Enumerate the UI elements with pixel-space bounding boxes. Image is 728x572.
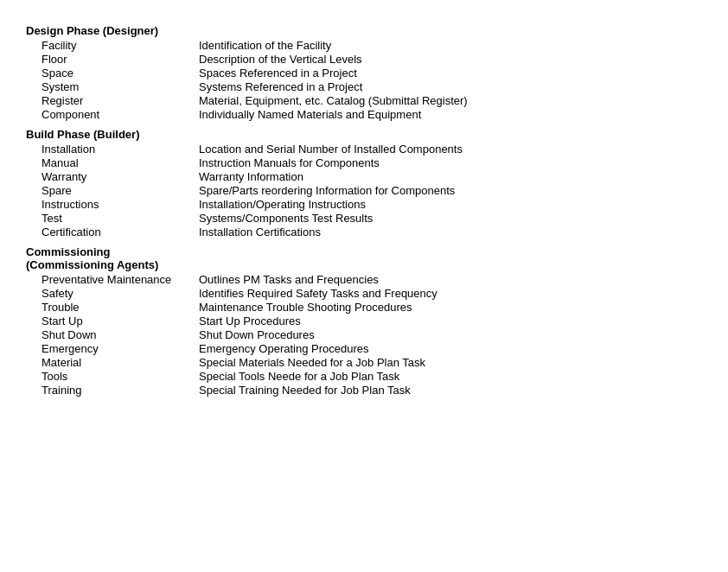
list-item: Material Special Materials Needed for a … bbox=[26, 356, 702, 369]
item-label: Instructions bbox=[26, 198, 199, 211]
design-phase-header: Design Phase (Designer) bbox=[26, 24, 702, 37]
list-item: System Systems Referenced in a Project bbox=[26, 80, 702, 93]
item-description: Spare/Parts reordering Information for C… bbox=[199, 184, 702, 197]
item-description: Outlines PM Tasks and Frequencies bbox=[199, 273, 702, 286]
list-item: Instructions Installation/Operating Inst… bbox=[26, 198, 702, 211]
item-description: Maintenance Trouble Shooting Procedures bbox=[199, 301, 702, 314]
item-description: Individually Named Materials and Equipme… bbox=[199, 108, 702, 121]
commissioning-header: Commissioning(Commissioning Agents) bbox=[26, 245, 702, 271]
list-item: Emergency Emergency Operating Procedures bbox=[26, 342, 702, 355]
item-label: Floor bbox=[26, 53, 199, 66]
item-description: Start Up Procedures bbox=[199, 315, 702, 327]
commissioning-section: Commissioning(Commissioning Agents) Prev… bbox=[26, 245, 702, 397]
item-description: Emergency Operating Procedures bbox=[199, 342, 702, 355]
item-label: Trouble bbox=[26, 301, 199, 314]
list-item: Warranty Warranty Information bbox=[26, 170, 702, 183]
list-item: Register Material, Equipment, etc. Catal… bbox=[26, 94, 702, 107]
item-description: Warranty Information bbox=[199, 170, 702, 183]
list-item: Trouble Maintenance Trouble Shooting Pro… bbox=[26, 301, 702, 314]
item-label: Tools bbox=[26, 370, 199, 383]
item-label: Component bbox=[26, 108, 199, 121]
item-description: Identifies Required Safety Tasks and Fre… bbox=[199, 287, 702, 300]
list-item: Facility Identification of the Facility bbox=[26, 39, 702, 52]
item-label: Training bbox=[26, 384, 199, 397]
item-label: Safety bbox=[26, 287, 199, 300]
item-label: System bbox=[26, 80, 199, 93]
list-item: Manual Instruction Manuals for Component… bbox=[26, 156, 702, 169]
list-item: Floor Description of the Vertical Levels bbox=[26, 53, 702, 66]
item-description: Systems/Components Test Results bbox=[199, 212, 702, 225]
item-label: Emergency bbox=[26, 342, 199, 355]
item-label: Material bbox=[26, 356, 199, 369]
item-description: Special Materials Needed for a Job Plan … bbox=[199, 356, 702, 369]
list-item: Preventative Maintenance Outlines PM Tas… bbox=[26, 273, 702, 286]
item-label: Manual bbox=[26, 156, 199, 169]
item-description: Identification of the Facility bbox=[199, 39, 702, 52]
list-item: Training Special Training Needed for Job… bbox=[26, 384, 702, 397]
item-description: Systems Referenced in a Project bbox=[199, 80, 702, 93]
item-description: Special Tools Neede for a Job Plan Task bbox=[199, 370, 702, 383]
list-item: Tools Special Tools Neede for a Job Plan… bbox=[26, 370, 702, 383]
item-label: Start Up bbox=[26, 315, 199, 327]
list-item: Test Systems/Components Test Results bbox=[26, 212, 702, 225]
list-item: Component Individually Named Materials a… bbox=[26, 108, 702, 121]
item-label: Certification bbox=[26, 226, 199, 238]
item-description: Installation Certifications bbox=[199, 226, 702, 238]
list-item: Installation Location and Serial Number … bbox=[26, 143, 702, 156]
item-label: Register bbox=[26, 94, 199, 107]
item-description: Spaces Referenced in a Project bbox=[199, 67, 702, 79]
item-description: Special Training Needed for Job Plan Tas… bbox=[199, 384, 702, 397]
item-description: Instruction Manuals for Components bbox=[199, 156, 702, 169]
item-label: Space bbox=[26, 67, 199, 79]
list-item: Safety Identifies Required Safety Tasks … bbox=[26, 287, 702, 300]
list-item: Start Up Start Up Procedures bbox=[26, 315, 702, 327]
item-label: Installation bbox=[26, 143, 199, 156]
item-label: Shut Down bbox=[26, 328, 199, 341]
build-phase-header: Build Phase (Builder) bbox=[26, 128, 702, 141]
item-label: Spare bbox=[26, 184, 199, 197]
build-phase-section: Build Phase (Builder) Installation Locat… bbox=[26, 128, 702, 238]
item-label: Warranty bbox=[26, 170, 199, 183]
item-description: Location and Serial Number of Installed … bbox=[199, 143, 702, 156]
list-item: Certification Installation Certification… bbox=[26, 226, 702, 238]
item-description: Description of the Vertical Levels bbox=[199, 53, 702, 66]
item-description: Shut Down Procedures bbox=[199, 328, 702, 341]
list-item: Space Spaces Referenced in a Project bbox=[26, 67, 702, 79]
item-label: Test bbox=[26, 212, 199, 225]
item-label: Facility bbox=[26, 39, 199, 52]
item-description: Installation/Operating Instructions bbox=[199, 198, 702, 211]
list-item: Shut Down Shut Down Procedures bbox=[26, 328, 702, 341]
item-label: Preventative Maintenance bbox=[26, 273, 199, 286]
item-description: Material, Equipment, etc. Catalog (Submi… bbox=[199, 94, 702, 107]
design-phase-section: Design Phase (Designer) Facility Identif… bbox=[26, 24, 702, 121]
list-item: Spare Spare/Parts reordering Information… bbox=[26, 184, 702, 197]
content-container: Design Phase (Designer) Facility Identif… bbox=[26, 24, 702, 397]
